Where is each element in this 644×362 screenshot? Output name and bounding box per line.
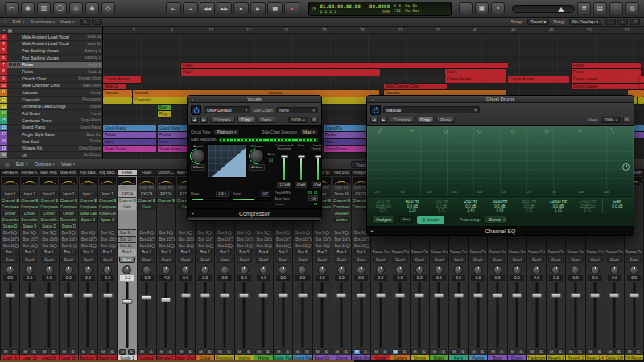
solo-button[interactable]: S bbox=[518, 349, 525, 355]
solo-button[interactable]: S bbox=[264, 349, 271, 355]
volume-value[interactable]: 0.0 bbox=[413, 275, 427, 281]
fader-track[interactable] bbox=[527, 282, 546, 348]
mute-button[interactable]: M bbox=[41, 349, 48, 355]
automation-mode-button[interactable]: Read bbox=[295, 257, 310, 263]
solo-button[interactable]: S bbox=[69, 349, 76, 355]
mute-button[interactable]: M bbox=[411, 349, 419, 355]
input-slot[interactable]: Input 2 bbox=[60, 191, 77, 197]
eq-band-shape-icon[interactable]: ╲ bbox=[611, 128, 614, 134]
strip-name[interactable]: Neo Soul bbox=[332, 170, 351, 176]
region[interactable] bbox=[639, 84, 644, 90]
mute-button[interactable] bbox=[9, 133, 12, 136]
mute-button[interactable]: M bbox=[236, 349, 243, 355]
region[interactable]: Bow bbox=[158, 105, 171, 111]
send-knob[interactable] bbox=[268, 237, 272, 241]
eq-frequency-display[interactable]: ╱⌐◇◇◇◇¬╲ 20501002005001k2k5k10k20k bbox=[367, 125, 634, 196]
volume-value[interactable]: 0.0 bbox=[627, 275, 641, 281]
fader-handle[interactable] bbox=[375, 293, 386, 298]
send-knob[interactable] bbox=[287, 244, 291, 248]
volume-value[interactable]: 0.0 bbox=[316, 275, 329, 281]
send-knob[interactable] bbox=[229, 237, 233, 241]
fader-track[interactable] bbox=[411, 282, 429, 348]
eq-band-shape-icon[interactable]: ¬ bbox=[578, 128, 581, 134]
output-slot[interactable]: Stereo Out bbox=[567, 249, 584, 256]
track-row[interactable]: 14Full BrassHorns bbox=[0, 110, 102, 117]
region[interactable] bbox=[639, 76, 644, 83]
mute-button[interactable]: M bbox=[568, 349, 575, 355]
mute-button[interactable]: M bbox=[606, 349, 613, 355]
fader-handle[interactable] bbox=[258, 293, 269, 298]
prev-preset-button[interactable]: ◀ bbox=[191, 117, 198, 123]
pan-knob[interactable] bbox=[103, 265, 112, 274]
send-slot[interactable]: Bus 9 bbox=[99, 229, 116, 236]
vertical-zoom-icon[interactable]: ↕ bbox=[617, 19, 628, 25]
mute-button[interactable] bbox=[9, 140, 12, 143]
eq-thumbnail[interactable] bbox=[21, 177, 38, 185]
pan-knob[interactable] bbox=[298, 265, 307, 274]
limiter-checkbox[interactable] bbox=[313, 202, 318, 206]
automation-mode-button[interactable]: Read bbox=[100, 257, 115, 263]
audio-fx-slot[interactable]: Space D bbox=[60, 223, 77, 229]
volume-value[interactable]: 0.0 bbox=[471, 275, 485, 281]
send-knob[interactable] bbox=[132, 237, 136, 241]
audio-fx-slot[interactable]: Limiter bbox=[333, 216, 350, 223]
record-enable-button[interactable] bbox=[17, 70, 20, 73]
solo-button[interactable]: S bbox=[11, 349, 19, 355]
mute-button[interactable]: M bbox=[22, 349, 29, 355]
output-slot[interactable]: Bus 3 bbox=[236, 249, 253, 256]
track-row[interactable]: 9Church ChoirFemale Choir bbox=[0, 76, 102, 83]
fader-handle[interactable] bbox=[102, 293, 113, 298]
track-row[interactable]: 11AcousticGuitar bbox=[0, 89, 102, 97]
mute-button[interactable] bbox=[9, 84, 12, 87]
output-slot[interactable]: Stereo Out bbox=[391, 249, 408, 256]
volume-value[interactable]: 0.0 bbox=[374, 275, 387, 281]
track-row[interactable]: 15Carribean TinesStage Piano bbox=[0, 117, 102, 125]
channel-strip[interactable]: Church C.MIDI FXEXS24Channel EQBus 9Bus … bbox=[157, 170, 175, 362]
send-knob[interactable] bbox=[93, 237, 97, 241]
fader-track[interactable] bbox=[352, 282, 370, 348]
solo-button[interactable]: S bbox=[382, 349, 389, 355]
pan-knob[interactable] bbox=[6, 265, 14, 274]
solo-button[interactable] bbox=[13, 119, 16, 122]
output-slot[interactable]: Bus 4 bbox=[255, 249, 272, 256]
solo-button[interactable]: S bbox=[615, 349, 622, 355]
fader-track[interactable] bbox=[254, 282, 273, 348]
mute-button[interactable]: M bbox=[373, 349, 380, 355]
region[interactable]: Acoustic bbox=[103, 90, 132, 97]
solo-button[interactable] bbox=[13, 42, 16, 45]
fader-track[interactable] bbox=[547, 282, 565, 348]
audio-fx-slot[interactable]: Compressor bbox=[21, 204, 38, 210]
mute-button[interactable] bbox=[9, 105, 12, 108]
send-knob[interactable] bbox=[150, 231, 154, 235]
solo-button[interactable] bbox=[13, 63, 16, 66]
eq-band-readout[interactable]: 20.0 Hz24dB/Oct0.71 bbox=[369, 199, 398, 213]
region[interactable]: Flutes bbox=[572, 63, 641, 69]
volume-value[interactable]: -0.9 bbox=[140, 275, 154, 281]
solo-button[interactable]: S bbox=[596, 349, 603, 355]
release-value[interactable]: 48.0ms bbox=[249, 164, 265, 171]
eq-thumbnail[interactable] bbox=[99, 177, 116, 185]
output-slot[interactable]: Stereo Out bbox=[509, 249, 526, 256]
strip-name[interactable]: Female A. bbox=[1, 170, 19, 176]
pan-knob[interactable] bbox=[415, 265, 424, 274]
fader-track[interactable] bbox=[488, 282, 506, 348]
send-knob[interactable] bbox=[14, 244, 19, 248]
fader-track[interactable] bbox=[235, 282, 254, 348]
solo-button[interactable] bbox=[13, 140, 16, 143]
fader-handle[interactable] bbox=[180, 293, 191, 298]
send-slot[interactable]: Bus 10 bbox=[158, 236, 175, 242]
meter-value[interactable]: 0.5dB bbox=[312, 182, 322, 188]
compare-button[interactable]: Compare bbox=[210, 117, 235, 123]
send-knob[interactable] bbox=[53, 244, 57, 248]
solo-button[interactable]: S bbox=[109, 349, 116, 355]
next-preset-button[interactable]: ▶ bbox=[380, 117, 387, 123]
mute-button[interactable]: M bbox=[275, 349, 283, 355]
fader-handle[interactable] bbox=[531, 293, 542, 298]
automation-mode-button[interactable]: Read bbox=[275, 257, 291, 263]
automation-mode-button[interactable]: Read bbox=[451, 257, 466, 263]
solo-button[interactable]: S bbox=[342, 349, 349, 355]
ratio-value[interactable]: 1.3:1 bbox=[216, 191, 229, 197]
send-knob[interactable] bbox=[112, 237, 116, 241]
band-q[interactable]: 0.71 bbox=[369, 208, 398, 213]
mute-button[interactable]: M bbox=[255, 349, 262, 355]
